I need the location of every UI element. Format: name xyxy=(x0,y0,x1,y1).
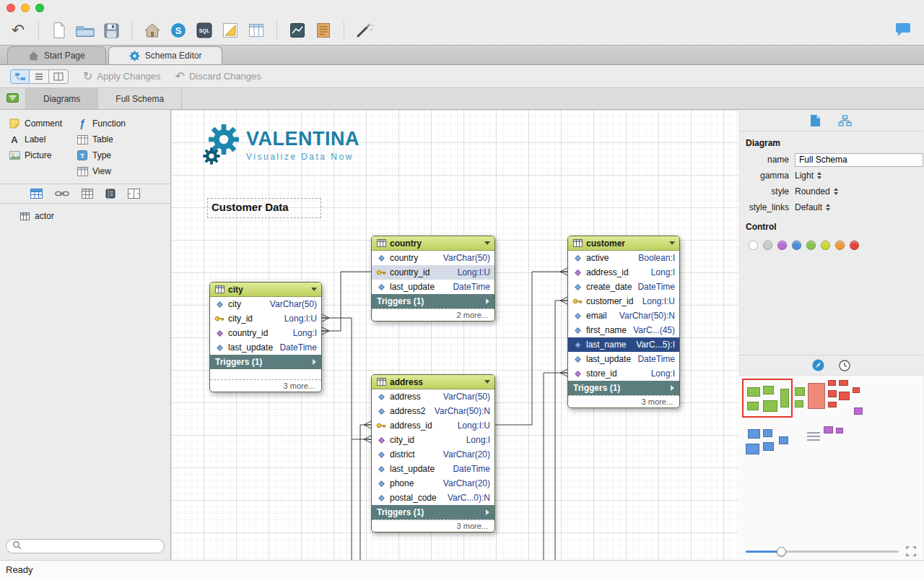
triggers-row[interactable]: Triggers (1) xyxy=(372,294,494,309)
diagram-canvas[interactable]: VALENTINA Visualize Data Now Customer Da… xyxy=(171,110,738,560)
new-document-icon[interactable] xyxy=(50,20,69,41)
control-color-4[interactable] xyxy=(806,241,816,250)
sidebar-search-input[interactable] xyxy=(25,541,158,551)
zoom-window-button[interactable] xyxy=(35,4,44,12)
sidebar-search[interactable] xyxy=(6,539,165,553)
undo-icon[interactable]: ↶ xyxy=(9,20,27,41)
tab-start-page[interactable]: Start Page xyxy=(7,46,106,64)
property-input-name[interactable] xyxy=(795,153,923,167)
chevron-down-icon[interactable] xyxy=(669,241,675,245)
zoom-slider[interactable] xyxy=(746,551,899,553)
compass-icon[interactable] xyxy=(812,359,824,371)
feedback-chat-button[interactable] xyxy=(894,20,912,42)
control-color-0[interactable] xyxy=(749,241,758,250)
diagram-doc-icon[interactable] xyxy=(221,20,240,41)
palette-item-view[interactable]: View xyxy=(77,165,126,177)
field-row-last_update[interactable]: last_updateDateTime xyxy=(568,352,679,366)
minimap-viewport[interactable] xyxy=(742,379,793,418)
table-header-country[interactable]: country xyxy=(372,236,494,251)
sidebar-tab-full-schema[interactable]: Full Schema xyxy=(98,88,182,109)
book-icon[interactable] xyxy=(105,189,116,199)
discard-changes-button[interactable]: ↶ Discard Changes xyxy=(175,71,261,82)
database-icon[interactable]: S xyxy=(169,20,188,41)
field-row-create_date[interactable]: create_dateDateTime xyxy=(568,280,679,294)
table-header-customer[interactable]: customer xyxy=(568,236,679,251)
property-select-style_links[interactable]: Default xyxy=(795,202,830,212)
minimap[interactable] xyxy=(738,375,923,543)
control-color-7[interactable] xyxy=(850,241,859,250)
field-row-last_update[interactable]: last_updateDateTime xyxy=(372,280,494,294)
field-row-address_id[interactable]: address_idLong:I xyxy=(568,265,679,280)
field-row-last_update[interactable]: last_updateDateTime xyxy=(210,340,321,355)
triggers-row[interactable]: Triggers (1) xyxy=(568,381,679,395)
palette-item-label[interactable]: ALabel xyxy=(9,134,77,145)
save-icon[interactable] xyxy=(102,20,121,41)
field-row-district[interactable]: districtVarChar(20) xyxy=(372,447,494,462)
zoom-slider-knob[interactable] xyxy=(777,547,786,556)
panel-schema-icon[interactable] xyxy=(838,115,852,126)
table-doc-icon[interactable] xyxy=(247,20,266,41)
panel-doc-icon[interactable] xyxy=(810,114,821,127)
more-fields-row[interactable]: 2 more... xyxy=(372,309,494,321)
more-fields-row[interactable]: 3 more... xyxy=(568,395,679,407)
property-select-style[interactable]: Rounded xyxy=(795,186,838,197)
field-row-country[interactable]: countryVarChar(50) xyxy=(372,251,494,265)
field-row-store_id[interactable]: store_idLong:I xyxy=(568,366,679,381)
entity-table-city[interactable]: citycityVarChar(50)city_idLong:I:Ucountr… xyxy=(209,282,322,392)
field-row-last_update[interactable]: last_updateDateTime xyxy=(372,462,494,476)
view-options-button[interactable] xyxy=(0,88,25,109)
table-grid-icon[interactable] xyxy=(30,189,43,199)
field-row-email[interactable]: emailVarChar(50):N xyxy=(568,309,679,323)
control-color-5[interactable] xyxy=(821,241,830,250)
report-doc-icon[interactable] xyxy=(314,20,333,41)
columns-icon[interactable] xyxy=(128,189,140,199)
table-header-address[interactable]: address xyxy=(372,375,494,389)
minimize-window-button[interactable] xyxy=(21,4,30,12)
field-row-first_name[interactable]: first_nameVarC...(45) xyxy=(568,323,679,337)
link-icon[interactable] xyxy=(55,190,69,197)
seg-columns-button[interactable] xyxy=(49,69,69,84)
more-fields-row[interactable]: 3 more... xyxy=(210,379,321,392)
home-icon[interactable] xyxy=(143,20,162,41)
field-row-city_id[interactable]: city_idLong:I xyxy=(372,433,494,447)
field-row-last_name[interactable]: last_nameVarC...5):I xyxy=(568,337,679,352)
more-fields-row[interactable]: 3 more... xyxy=(372,519,494,532)
palette-item-picture[interactable]: Picture xyxy=(9,150,77,161)
entity-table-customer[interactable]: customeractiveBoolean:Iaddress_idLong:Ic… xyxy=(567,236,680,408)
field-row-country_id[interactable]: country_idLong:I xyxy=(210,326,321,340)
open-folder-icon[interactable] xyxy=(76,20,95,41)
field-row-customer_id[interactable]: customer_idLong:I:U xyxy=(568,294,679,309)
chevron-down-icon[interactable] xyxy=(484,380,490,384)
chevron-down-icon[interactable] xyxy=(311,288,317,291)
clock-icon[interactable] xyxy=(839,360,850,371)
close-window-button[interactable] xyxy=(6,4,15,12)
wand-icon[interactable] xyxy=(355,20,374,41)
field-row-phone[interactable]: phoneVarChar(20) xyxy=(372,476,494,491)
field-row-city[interactable]: cityVarChar(50) xyxy=(210,297,321,311)
property-select-gamma[interactable]: Light xyxy=(795,171,821,181)
chart-doc-icon[interactable] xyxy=(288,20,307,41)
entity-table-country[interactable]: countrycountryVarChar(50)country_idLong:… xyxy=(371,236,495,322)
sidebar-tab-diagrams[interactable]: Diagrams xyxy=(25,88,98,109)
control-color-1[interactable] xyxy=(763,241,772,250)
sql-icon[interactable]: SQL xyxy=(195,20,214,41)
tree-item-actor[interactable]: actor xyxy=(0,208,170,224)
control-color-3[interactable] xyxy=(792,241,801,250)
tab-schema-editor[interactable]: Schema Editor xyxy=(108,46,223,64)
palette-item-comment[interactable]: Comment xyxy=(9,118,77,129)
control-color-6[interactable] xyxy=(835,241,845,250)
triggers-row[interactable]: Triggers (1) xyxy=(372,505,494,519)
palette-item-function[interactable]: ƒFunction xyxy=(77,118,126,129)
control-color-2[interactable] xyxy=(777,241,787,250)
field-row-address_id[interactable]: address_idLong:I:U xyxy=(372,418,494,433)
triggers-row[interactable]: Triggers (1) xyxy=(210,355,321,369)
field-row-city_id[interactable]: city_idLong:I:U xyxy=(210,311,321,326)
seg-diagram-button[interactable] xyxy=(10,69,30,84)
zoom-fit-button[interactable] xyxy=(906,546,916,556)
table-header-city[interactable]: city xyxy=(210,282,321,297)
field-row-active[interactable]: activeBoolean:I xyxy=(568,251,679,265)
field-row-country_id[interactable]: country_idLong:I:U xyxy=(372,265,494,280)
palette-item-table[interactable]: Table xyxy=(77,134,126,145)
apply-changes-button[interactable]: ↻ Apply Changes xyxy=(83,71,161,82)
grid-icon[interactable] xyxy=(82,189,93,199)
